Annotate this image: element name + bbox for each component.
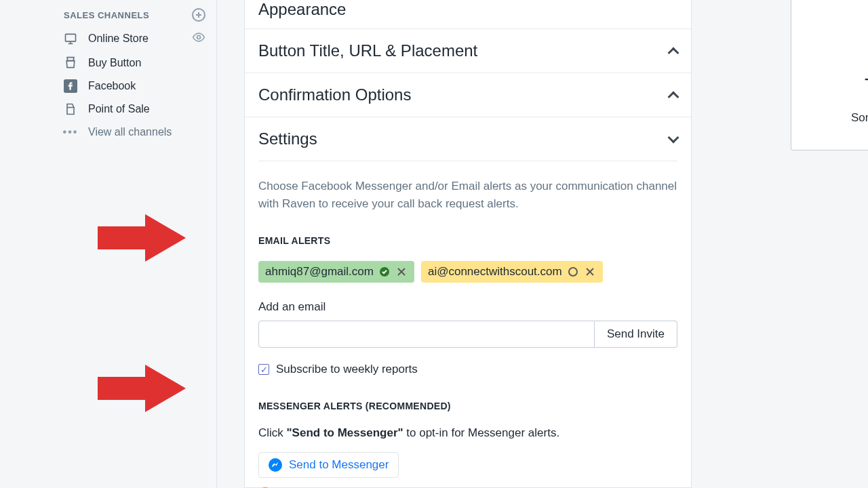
sidebar-item-label: Point of Sale — [88, 103, 205, 115]
sidebar-item-pos[interactable]: Point of Sale — [54, 98, 216, 121]
send-invite-button[interactable]: Send Invite — [595, 321, 677, 348]
section-button-title[interactable]: Button Title, URL & Placement — [245, 29, 691, 73]
email-chip: ai@connectwithscout.com — [421, 261, 603, 283]
right-panel-fragment: T Som — [791, 0, 868, 150]
chevron-up-icon — [668, 92, 679, 103]
svg-point-1 — [197, 36, 201, 39]
sales-channels-title: SALES CHANNELS — [64, 10, 149, 20]
sidebar-item-facebook[interactable]: Facebook — [54, 75, 216, 98]
pos-icon — [64, 102, 77, 116]
add-email-label: Add an email — [258, 300, 677, 314]
subscribe-label: Subscribe to weekly reports — [276, 363, 418, 376]
email-alerts-heading: EMAIL ALERTS — [258, 235, 677, 246]
checkbox-icon: ✓ — [258, 364, 269, 375]
sidebar-item-view-all[interactable]: ••• View all channels — [54, 121, 216, 144]
section-title: Button Title, URL & Placement — [258, 41, 477, 60]
svg-point-4 — [569, 268, 577, 276]
section-title: Confirmation Options — [258, 85, 411, 104]
messenger-icon — [269, 458, 282, 472]
sales-channels-header: SALES CHANNELS — [54, 4, 216, 26]
settings-description: Choose Facebook Messenger and/or Email a… — [258, 178, 677, 212]
divider — [258, 161, 677, 161]
svg-rect-0 — [66, 34, 76, 41]
messenger-alerts-heading: MESSENGER ALERTS (RECOMMENDED) — [258, 401, 677, 411]
facebook-icon — [64, 79, 77, 93]
email-address: ai@connectwithscout.com — [428, 265, 562, 279]
chevron-up-icon — [668, 47, 679, 59]
remove-email-icon[interactable] — [395, 266, 408, 278]
section-confirmation[interactable]: Confirmation Options — [245, 73, 691, 117]
right-panel-big-text: T — [865, 75, 868, 96]
section-title: Appearance — [258, 0, 346, 19]
preview-icon[interactable] — [192, 30, 205, 47]
section-settings[interactable]: Settings — [245, 117, 691, 161]
sidebar-item-label: Online Store — [88, 33, 181, 45]
online-store-icon — [64, 32, 77, 45]
add-email-input[interactable] — [258, 321, 595, 348]
sidebar-item-label: Buy Button — [88, 57, 205, 69]
sidebar: SALES CHANNELS Online Store Buy Button F… — [54, 0, 217, 488]
email-chip: ahmiq87@gmail.com — [258, 261, 414, 283]
remove-email-icon[interactable] — [584, 266, 596, 278]
section-title: Settings — [258, 129, 317, 148]
subscribe-checkbox-row[interactable]: ✓ Subscribe to weekly reports — [258, 363, 677, 376]
pending-icon — [568, 266, 578, 277]
settings-body: Choose Facebook Messenger and/or Email a… — [245, 161, 691, 488]
messenger-button-label: Send to Messenger — [289, 458, 389, 472]
email-chips: ahmiq87@gmail.com ai@connectwithscout.co… — [258, 261, 677, 283]
email-address: ahmiq87@gmail.com — [265, 265, 374, 279]
sidebar-item-online-store[interactable]: Online Store — [54, 26, 216, 52]
sidebar-item-label: View all channels — [88, 126, 205, 138]
more-icon: ••• — [64, 125, 77, 139]
right-panel-small-text: Som — [851, 111, 868, 125]
add-email-row: Send Invite — [258, 321, 677, 348]
messenger-instruction: Click "Send to Messenger" to opt-in for … — [258, 426, 677, 440]
sidebar-item-buy-button[interactable]: Buy Button — [54, 52, 216, 75]
send-to-messenger-button[interactable]: Send to Messenger — [258, 452, 399, 478]
settings-card: Appearance Button Title, URL & Placement… — [244, 0, 692, 488]
section-appearance[interactable]: Appearance — [245, 0, 691, 29]
verified-icon — [379, 266, 390, 277]
chevron-down-icon — [668, 132, 679, 144]
add-channel-icon[interactable] — [192, 8, 205, 22]
buy-button-icon — [64, 56, 77, 70]
sidebar-item-label: Facebook — [88, 80, 205, 92]
